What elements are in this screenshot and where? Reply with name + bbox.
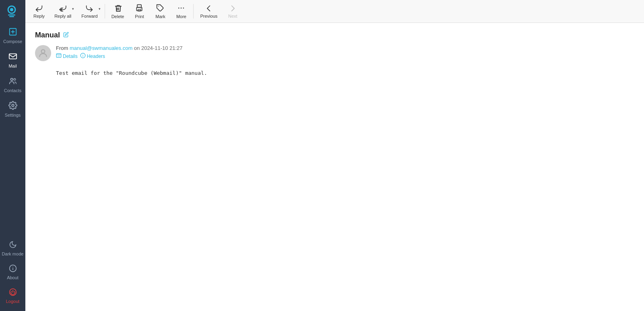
reply-all-button[interactable]: Reply all [50,2,73,21]
email-subject: Manual [35,31,60,39]
edit-subject-icon[interactable] [63,32,69,39]
svg-rect-3 [8,14,15,16]
sidebar-item-logout[interactable]: Logout [0,284,25,308]
mark-icon [156,4,164,13]
forward-group: Forward ▾ [77,2,102,21]
reply-all-group: Reply all ▾ [50,2,76,21]
more-label: More [176,14,186,19]
more-button[interactable]: More [171,2,191,21]
sidebar-item-settings[interactable]: Settings [0,97,25,122]
sidebar-item-label: Mail [8,64,17,68]
email-meta-info: From manual@swmanuales.com on 2024-11-10… [56,45,183,60]
reply-all-dropdown[interactable]: ▾ [70,4,76,13]
previous-icon [205,4,213,13]
email-subject-row: Manual [35,31,634,39]
details-icon [56,53,62,60]
svg-point-23 [178,7,180,8]
sidebar-item-compose[interactable]: Compose [0,23,25,48]
sidebar-item-label: Compose [3,39,22,44]
compose-icon [8,27,17,38]
print-button[interactable]: Print [130,2,149,21]
svg-rect-20 [138,9,141,11]
svg-point-24 [181,7,182,8]
sidebar-item-darkmode[interactable]: Dark mode [0,237,25,260]
sidebar-bottom: Dark mode About Logout [0,237,25,311]
reply-button[interactable]: Reply [29,2,49,21]
forward-label: Forward [81,14,97,19]
print-icon [135,4,143,13]
email-from: From manual@swmanuales.com on 2024-11-10… [56,45,183,51]
svg-rect-6 [9,54,16,59]
previous-button[interactable]: Previous [196,2,221,21]
separator-2 [193,4,194,19]
sidebar-item-label: Settings [5,113,21,117]
settings-icon [8,101,17,112]
from-label: From [56,45,68,51]
reply-icon [35,4,43,13]
forward-dropdown[interactable]: ▾ [97,4,102,13]
sidebar-item-label: Logout [6,299,20,304]
sidebar: Compose Mail Contacts [0,0,25,311]
next-label: Next [228,14,237,19]
delete-icon [114,4,122,13]
reply-all-label: Reply all [54,14,71,19]
about-icon [9,264,17,274]
email-area: Manual From manual@swmanuales.com on 202… [25,23,644,311]
reply-label: Reply [33,14,45,19]
print-label: Print [135,14,144,19]
reply-all-icon [58,4,67,13]
email-links: Details Headers [56,53,183,60]
main-content: Reply Reply all ▾ [25,0,644,311]
email-meta: From manual@swmanuales.com on 2024-11-10… [35,45,634,61]
more-icon [177,4,185,13]
details-link[interactable]: Details [56,53,78,60]
delete-label: Delete [111,14,124,19]
svg-point-21 [141,8,142,9]
toolbar: Reply Reply all ▾ [25,0,644,23]
next-button[interactable]: Next [223,2,242,21]
headers-label: Headers [87,54,105,59]
contacts-icon [8,76,17,87]
headers-icon [80,53,86,60]
email-date: on 2024-11-10 21:27 [134,45,183,51]
svg-point-9 [12,104,14,107]
svg-point-2 [10,8,13,11]
darkmode-icon [9,241,17,251]
sidebar-item-label: Contacts [4,88,21,93]
sidebar-item-label: Dark mode [2,251,24,256]
mark-label: Mark [155,14,165,19]
sidebar-item-about[interactable]: About [0,260,25,284]
sidebar-item-label: About [7,275,19,280]
mail-icon [8,52,17,63]
svg-rect-4 [9,16,14,17]
email-body: Test email for the "Roundcube (Webmail)"… [56,69,634,77]
sidebar-item-mail[interactable]: Mail [0,48,25,72]
avatar-icon [38,48,48,58]
svg-rect-18 [137,4,141,7]
details-label: Details [63,54,78,59]
headers-link[interactable]: Headers [80,53,105,60]
previous-label: Previous [200,14,217,19]
svg-point-26 [41,49,45,53]
svg-point-8 [14,78,16,80]
logout-icon [9,288,17,298]
delete-button[interactable]: Delete [107,2,128,21]
forward-icon [85,4,93,13]
app-logo [4,3,21,20]
sender-avatar [35,45,51,61]
svg-point-25 [183,7,184,8]
sender-email[interactable]: manual@swmanuales.com [70,45,132,51]
svg-point-7 [10,78,13,81]
svg-rect-27 [56,54,61,57]
forward-button[interactable]: Forward [77,2,99,21]
separator-1 [105,4,105,19]
next-icon [229,4,237,13]
sidebar-item-contacts[interactable]: Contacts [0,72,25,97]
mark-button[interactable]: Mark [151,2,170,21]
